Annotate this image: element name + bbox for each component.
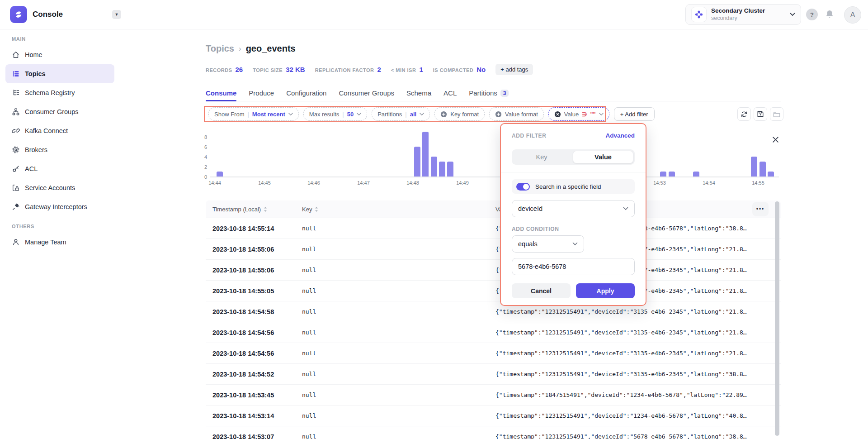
histogram-bar[interactable] (760, 162, 766, 177)
tab-consume[interactable]: Consume (206, 86, 236, 101)
histogram-bar[interactable] (693, 172, 699, 177)
table-options-button[interactable]: ••• (752, 202, 769, 216)
cell-timestamp: 2023-10-18 14:54:56 (212, 343, 274, 363)
chevron-down-icon (623, 207, 628, 210)
sidebar-item-label: Consumer Groups (25, 108, 78, 115)
scrollbar-thumb[interactable] (775, 201, 779, 436)
acl-icon (12, 165, 20, 173)
histogram-bar[interactable] (447, 162, 453, 177)
histogram-bar[interactable] (414, 147, 420, 177)
tab-consumer-groups[interactable]: Consumer Groups (339, 86, 394, 101)
histogram-bar[interactable] (439, 162, 445, 177)
active-filter-chip-value[interactable]: Value∋"" (548, 107, 609, 121)
histogram-bar[interactable] (751, 157, 757, 177)
histogram-bar[interactable] (431, 157, 437, 177)
add-filter-button[interactable]: + Add filter (614, 107, 655, 121)
breadcrumb: Topics › geo_events (206, 43, 296, 54)
user-avatar[interactable]: A (844, 6, 861, 24)
cell-key: null (302, 406, 316, 426)
plus-circle-icon (495, 111, 502, 118)
add-chip-key-format[interactable]: Key format (434, 107, 485, 121)
stat-topic-size: TOPIC SIZE32 KB (253, 66, 305, 73)
condition-operator-select[interactable]: equals (512, 235, 584, 253)
apply-button[interactable]: Apply (576, 283, 635, 298)
condition-value-input[interactable] (512, 258, 635, 275)
saved-views-button[interactable] (770, 107, 783, 121)
filter-chip-show-from[interactable]: Show From|Most recent (208, 107, 299, 121)
filter-chip-partitions[interactable]: Partitions|all (372, 107, 430, 121)
histogram-bar[interactable] (669, 172, 675, 177)
column-header-timestamp[interactable]: Timestamp (Local) (212, 200, 267, 218)
table-row[interactable]: 2023-10-18 14:54:56null{"timestamp":"123… (206, 322, 781, 343)
sidebar-item-home[interactable]: Home (5, 45, 114, 64)
console-switcher-button[interactable]: ▼ (112, 10, 121, 19)
sidebar-item-label: Home (25, 51, 42, 58)
histogram-bar[interactable] (217, 172, 223, 177)
filter-chip-max-results[interactable]: Max results|50 (303, 107, 367, 121)
histogram-bar[interactable] (660, 172, 666, 177)
cluster-selector[interactable]: Secondary Cluster secondary (685, 4, 801, 25)
table-row[interactable]: 2023-10-18 14:53:07null{"timestamp":"123… (206, 426, 781, 439)
chip-label: Partitions (377, 111, 402, 118)
sidebar-item-brokers[interactable]: Brokers (5, 140, 114, 159)
tab-schema[interactable]: Schema (406, 86, 431, 101)
stat-value: 2 (377, 66, 381, 73)
tab-configuration[interactable]: Configuration (286, 86, 326, 101)
table-row[interactable]: 2023-10-18 14:54:52null{"timestamp":"123… (206, 364, 781, 385)
app-logo-icon (10, 6, 27, 23)
folder-icon (773, 111, 780, 118)
sort-icon (264, 206, 267, 212)
table-row[interactable]: 2023-10-18 14:53:45null{"timestamp":"184… (206, 385, 781, 406)
cell-key: null (302, 301, 316, 322)
cell-timestamp: 2023-10-18 14:54:56 (212, 322, 274, 343)
notifications-button[interactable] (825, 9, 835, 20)
table-row[interactable]: 2023-10-18 14:55:06null{"timestamp":"123… (206, 239, 781, 260)
brokers-icon (12, 146, 20, 154)
segment-value[interactable]: Value (573, 151, 633, 163)
table-row[interactable]: 2023-10-18 14:55:05null{"timestamp":"123… (206, 281, 781, 301)
chevron-down-icon (288, 113, 293, 116)
nav-section-label-main: MAIN (0, 29, 120, 45)
tab-partitions[interactable]: Partitions3 (469, 86, 509, 101)
sidebar-item-kafka-connect[interactable]: Kafka Connect (5, 121, 114, 140)
cluster-icon (691, 7, 707, 22)
table-row[interactable]: 2023-10-18 14:54:58null{"timestamp":"123… (206, 301, 781, 322)
table-row[interactable]: 2023-10-18 14:54:56null{"timestamp":"123… (206, 343, 781, 364)
chip-label: Value format (505, 111, 538, 118)
table-row[interactable]: 2023-10-18 14:55:06null{"timestamp":"123… (206, 260, 781, 281)
help-button[interactable]: ? (806, 9, 818, 20)
sidebar-item-gateway-interceptors[interactable]: Gateway Interceptors (5, 197, 114, 216)
sidebar-item-topics[interactable]: Topics (5, 64, 114, 83)
segment-key[interactable]: Key (512, 149, 571, 165)
histogram-bar[interactable] (768, 172, 774, 177)
sidebar-item-schema-registry[interactable]: Schema Registry (5, 83, 114, 102)
add-chip-value-format[interactable]: Value format (489, 107, 544, 121)
topic-stats-row: RECORDS26TOPIC SIZE32 KBREPLICATION FACT… (206, 63, 533, 75)
save-view-button[interactable] (754, 107, 767, 121)
tab-acl[interactable]: ACL (443, 86, 457, 101)
table-header: Timestamp (Local) Key Value ••• (206, 200, 781, 218)
table-row[interactable]: 2023-10-18 14:55:14null{"timestamp":"123… (206, 218, 781, 239)
cancel-button[interactable]: Cancel (512, 283, 571, 298)
sidebar-item-consumer-groups[interactable]: Consumer Groups (5, 102, 114, 121)
close-results-button[interactable] (771, 135, 780, 144)
sidebar-item-service-accounts[interactable]: Service Accounts (5, 178, 114, 197)
advanced-link[interactable]: Advanced (605, 132, 635, 139)
refresh-button[interactable] (737, 107, 751, 121)
add-tags-button[interactable]: + add tags (495, 64, 533, 75)
specific-field-toggle-row[interactable]: Search in a specific field (512, 179, 635, 194)
sidebar-item-acl[interactable]: ACL (5, 159, 114, 178)
sidebar-item-manage-team[interactable]: Manage Team (5, 233, 114, 252)
cell-key: null (302, 343, 316, 363)
table-row[interactable]: 2023-10-18 14:53:14null{"timestamp":"123… (206, 406, 781, 426)
tab-label: Schema (406, 89, 431, 97)
tab-produce[interactable]: Produce (249, 86, 274, 101)
filter-value: "" (590, 111, 595, 118)
column-header-key[interactable]: Key (302, 200, 318, 218)
toggle-on-switch[interactable] (516, 183, 530, 191)
field-select[interactable]: deviceId (512, 200, 635, 217)
breadcrumb-parent[interactable]: Topics (206, 43, 234, 54)
histogram-bar[interactable] (422, 132, 429, 177)
stat-value: No (476, 66, 486, 73)
sidebar-item-label: Schema Registry (25, 89, 75, 96)
